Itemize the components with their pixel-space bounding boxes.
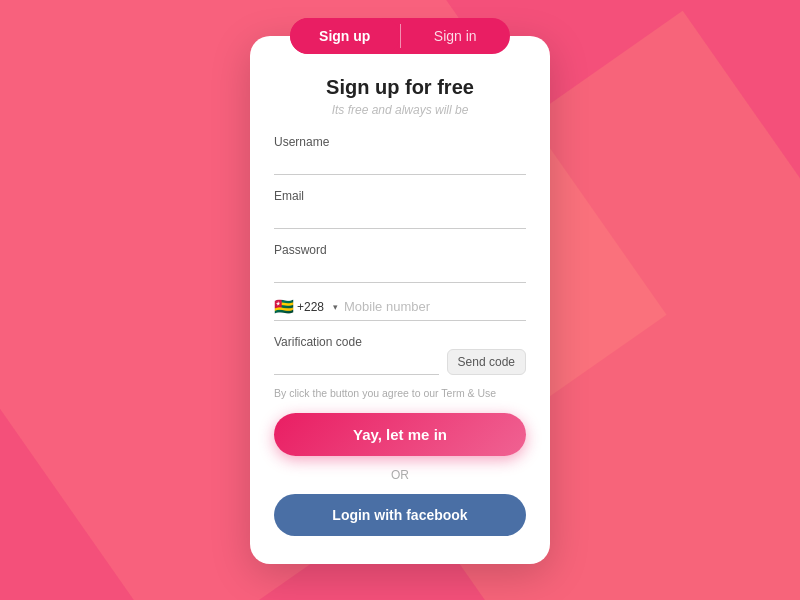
country-selector[interactable]: 🇹🇬 +228 ▾ — [274, 297, 338, 316]
phone-input[interactable] — [344, 299, 526, 314]
password-input[interactable] — [274, 259, 526, 283]
email-label: Email — [274, 189, 526, 203]
submit-button[interactable]: Yay, let me in — [274, 413, 526, 456]
verification-input[interactable] — [274, 351, 439, 375]
tab-header: Sign up Sign in — [290, 18, 510, 54]
password-group: Password — [274, 243, 526, 283]
flag-icon: 🇹🇬 — [274, 297, 294, 316]
username-group: Username — [274, 135, 526, 175]
username-input[interactable] — [274, 151, 526, 175]
signup-card: Sign up Sign in Sign up for free Its fre… — [250, 36, 550, 564]
or-divider: OR — [274, 468, 526, 482]
card-body: Sign up for free Its free and always wil… — [250, 54, 550, 536]
terms-text: By click the button you agree to our Ter… — [274, 387, 526, 399]
verification-group: Varification code — [274, 335, 439, 375]
send-code-button[interactable]: Send code — [447, 349, 526, 375]
email-group: Email — [274, 189, 526, 229]
password-label: Password — [274, 243, 526, 257]
facebook-login-button[interactable]: Login with facebook — [274, 494, 526, 536]
verification-row: Varification code Send code — [274, 335, 526, 375]
phone-row: 🇹🇬 +228 ▾ — [274, 297, 526, 321]
tab-signin[interactable]: Sign in — [401, 18, 511, 54]
tab-signup[interactable]: Sign up — [290, 18, 400, 54]
page-title: Sign up for free — [274, 76, 526, 99]
phone-code: +228 — [297, 300, 324, 314]
verification-label: Varification code — [274, 335, 439, 349]
email-input[interactable] — [274, 205, 526, 229]
chevron-down-icon: ▾ — [333, 302, 338, 312]
username-label: Username — [274, 135, 526, 149]
page-subtitle: Its free and always will be — [274, 103, 526, 117]
